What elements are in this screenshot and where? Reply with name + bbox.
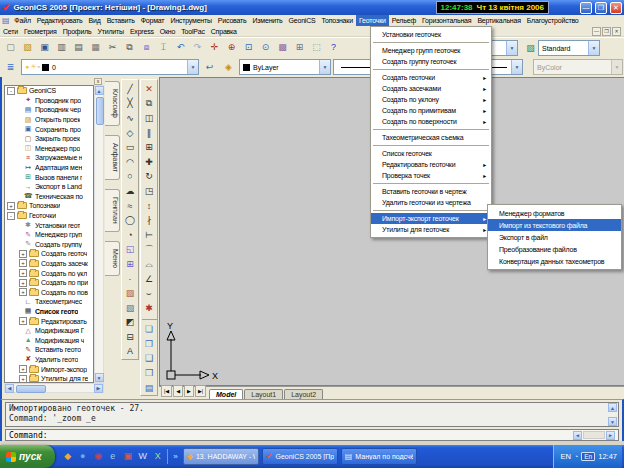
navigator-tab[interactable]: Меню	[105, 241, 120, 276]
menubar-item[interactable]: Справка	[208, 26, 240, 37]
text-style-combo[interactable]: Standard ▼	[538, 40, 600, 56]
menubar-item[interactable]: Изменить	[250, 15, 286, 26]
zoom-window-icon[interactable]: ⊡	[240, 40, 257, 56]
panel-close-icon[interactable]: x	[94, 78, 102, 85]
copy-object-icon[interactable]: ⧉	[142, 97, 157, 112]
taskbar-task[interactable]: ✔GeoniCS 2005 [Прое...	[262, 448, 338, 465]
menu-item[interactable]: Вставить геоточки в чертеж	[371, 186, 491, 197]
help-icon[interactable]: ?	[325, 40, 342, 56]
tray-app-icon[interactable]: ◔	[574, 453, 578, 460]
text-style-icon[interactable]: ▧	[522, 40, 539, 56]
tree-item[interactable]: ▤Проводник чер	[5, 105, 93, 115]
spline-icon[interactable]: ≈	[123, 199, 138, 214]
scroll-left-icon[interactable]: ◀	[573, 431, 582, 440]
tree-item[interactable]: +Редактировать	[5, 316, 93, 326]
menubar-item[interactable]: Express	[127, 26, 157, 37]
menubar-item[interactable]: Утилиты	[94, 26, 126, 37]
color-combo[interactable]: ByLayer ▼	[239, 59, 331, 75]
mdi-minimize-button[interactable]: —	[592, 27, 601, 36]
menu-item[interactable]: Создать по поверхности►	[371, 116, 491, 127]
polyline-icon[interactable]: ∿	[123, 111, 138, 126]
menubar-item[interactable]: Профиль	[60, 26, 95, 37]
construction-line-icon[interactable]: ╳	[123, 97, 138, 112]
stretch-icon[interactable]: ↕	[142, 199, 157, 214]
hatch-icon[interactable]: ▨	[123, 286, 138, 301]
dropdown-icon[interactable]: ▼	[187, 60, 198, 74]
tool-palettes-icon[interactable]: ⬚	[308, 40, 325, 56]
expand-icon[interactable]: +	[19, 375, 27, 383]
rectangle-icon[interactable]: ▭	[123, 140, 138, 155]
tree-item[interactable]: +Создать засечк	[5, 259, 93, 269]
tree-item[interactable]: →Экспорт в Land	[5, 182, 93, 192]
menu-item[interactable]: Утилиты для геоточек►	[371, 224, 491, 235]
tree-item[interactable]: ✦Проводник про	[5, 96, 93, 106]
menubar-item[interactable]: Рельеф	[389, 15, 419, 26]
mtext-icon[interactable]: A	[123, 345, 138, 360]
scale-icon[interactable]: ◳	[142, 184, 157, 199]
join-icon[interactable]: ⌓	[142, 257, 157, 272]
minimize-button[interactable]: —	[580, 2, 592, 14]
menubar-item[interactable]: Вид	[86, 15, 104, 26]
menubar-item[interactable]: Топознаки	[319, 15, 356, 26]
save-file-icon[interactable]: ▣	[36, 40, 53, 56]
menu-item[interactable]: Тахеометрическая съемка	[371, 132, 491, 143]
revision-cloud-icon[interactable]: ☁	[123, 184, 138, 199]
scroll-up-icon[interactable]: ▲	[95, 86, 104, 95]
quick-launch-more-icon[interactable]: »	[171, 452, 179, 461]
expand-icon[interactable]: +	[19, 250, 27, 258]
menu-item[interactable]: Список геоточек	[371, 148, 491, 159]
taskbar-task[interactable]: ▤Мануал по подсчёту...	[341, 448, 417, 465]
trim-icon[interactable]: ∤	[142, 213, 157, 228]
rotate-icon[interactable]: ↻	[142, 170, 157, 185]
restore-button[interactable]: ❐	[595, 2, 607, 14]
scroll-down-icon[interactable]: ▼	[608, 417, 617, 426]
expand-icon[interactable]: +	[7, 202, 15, 210]
make-block-icon[interactable]: ⊞	[123, 257, 138, 272]
offset-icon[interactable]: ∥	[142, 126, 157, 141]
tree-item[interactable]: -Геоточки	[5, 211, 93, 221]
player-quick-icon[interactable]: ▣	[121, 449, 134, 464]
mdi-restore-button[interactable]: ❐	[602, 27, 611, 36]
last-layout-tab-icon[interactable]: ▶|	[195, 385, 206, 397]
menu-item[interactable]: Менеджер форматов	[488, 207, 621, 219]
tree-item[interactable]: ✎Менеджер груп	[5, 230, 93, 240]
fillet-icon[interactable]: ⌣	[142, 286, 157, 301]
tree-item[interactable]: -GeoniCS	[5, 86, 93, 96]
geonics-tool-2-icon[interactable]: ❐	[142, 337, 157, 352]
menubar-item[interactable]: Рисовать	[215, 15, 250, 26]
layout-tab[interactable]: Layout2	[284, 389, 323, 399]
tree-item[interactable]: ✎Создать группу	[5, 240, 93, 250]
menu-item[interactable]: Менеджер групп геоточек	[371, 45, 491, 56]
expand-icon[interactable]: +	[19, 269, 27, 277]
tree-item[interactable]: ▣Сохранить про	[5, 124, 93, 134]
menubar-item[interactable]: ToolPac	[178, 26, 208, 37]
geonics-tool-5-icon[interactable]: ▤	[142, 381, 157, 396]
layers-manager-icon[interactable]: ≣	[2, 59, 19, 75]
cut-icon[interactable]: ✂	[104, 40, 121, 56]
array-icon[interactable]: ⊞	[142, 140, 157, 155]
publish-icon[interactable]: ▦	[87, 40, 104, 56]
menu-item[interactable]: Конвертация данных тахеометров	[488, 255, 621, 267]
menu-item[interactable]: Проверка точек►	[371, 170, 491, 181]
tree-horizontal-scrollbar[interactable]: ◀ ▶	[4, 383, 104, 393]
tree-item[interactable]: +Создать по при	[5, 278, 93, 288]
tree-item[interactable]: +Создать по укл	[5, 268, 93, 278]
menubar-item[interactable]: Окно	[157, 26, 178, 37]
tree-item[interactable]: +Создать по пов	[5, 287, 93, 297]
tree-item[interactable]: △Модификация Г	[5, 326, 93, 336]
word-quick-icon[interactable]: W	[136, 449, 149, 464]
dropdown-icon[interactable]: ▼	[588, 41, 599, 55]
expand-icon[interactable]: +	[19, 259, 27, 267]
break-icon[interactable]: ⌒	[142, 243, 157, 258]
menu-item[interactable]: Редактировать геоточки►	[371, 159, 491, 170]
dropdown-icon[interactable]: ▼	[506, 41, 517, 55]
menu-item[interactable]: Создать засечками►	[371, 83, 491, 94]
tree-item[interactable]: +Импорт-экспор	[5, 364, 93, 374]
menubar-item[interactable]: Горизонтальная	[419, 15, 474, 26]
menubar-item[interactable]: Файл	[11, 15, 33, 26]
menu-item[interactable]: Преобразование файлов	[488, 243, 621, 255]
undo-icon[interactable]: ↶	[172, 40, 189, 56]
menubar-item[interactable]: Редактировать	[34, 15, 86, 26]
scroll-left-icon[interactable]: ◀	[5, 384, 14, 393]
language-indicator[interactable]: EN	[561, 452, 571, 461]
